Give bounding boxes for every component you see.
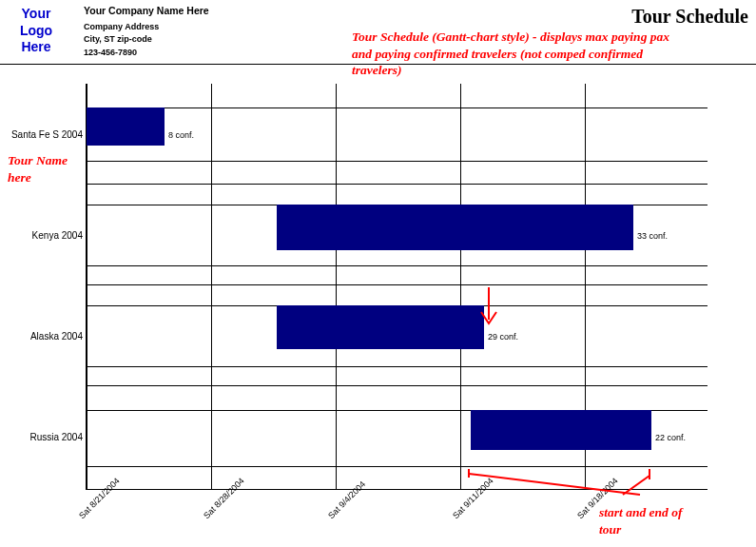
- annotation-line: travelers): [352, 62, 669, 79]
- logo-line: Logo: [8, 23, 65, 40]
- confirmed-label: 8 conf.: [168, 130, 194, 140]
- annotation-line: here: [8, 169, 68, 186]
- logo-line: Your: [8, 6, 65, 23]
- gantt-bar: [277, 305, 484, 349]
- gantt-row: Russia 2004 22 conf.: [87, 386, 708, 487]
- tour-label: Alaska 2004: [10, 331, 83, 342]
- row-subline: [87, 466, 708, 467]
- annotation-description: Tour Schedule (Gantt-chart style) - disp…: [352, 29, 669, 79]
- annotation-line: Tour Name: [8, 152, 68, 169]
- tour-label: Kenya 2004: [10, 230, 83, 241]
- annotation-line: and paying confirmed travelers (not comp…: [352, 46, 669, 63]
- annotation-line: start and end of: [599, 504, 682, 521]
- gantt-row: Santa Fe S 2004 8 conf.: [87, 84, 708, 185]
- annotation-line: tour: [599, 521, 682, 538]
- annotation-start-end: start and end of tour: [599, 504, 682, 537]
- annotation-tour-name: Tour Name here: [8, 152, 68, 186]
- confirmed-label: 33 conf.: [637, 231, 668, 241]
- company-name: Your Company Name Here: [84, 4, 631, 19]
- row-subline: [87, 161, 708, 162]
- tour-label: Santa Fe S 2004: [10, 129, 83, 140]
- logo-line: Here: [8, 39, 65, 56]
- gantt-row: Alaska 2004 29 conf.: [87, 285, 708, 386]
- page-title: Tour Schedule: [631, 4, 748, 28]
- logo-placeholder: Your Logo Here: [8, 4, 65, 56]
- confirmed-label: 29 conf.: [488, 332, 518, 342]
- annotation-line: Tour Schedule (Gantt-chart style) - disp…: [352, 29, 669, 46]
- gantt-row: Kenya 2004 33 conf.: [87, 185, 708, 285]
- tour-label: Russia 2004: [10, 432, 83, 442]
- gantt-bar: [471, 410, 651, 450]
- row-subline: [87, 265, 708, 266]
- row-subline: [87, 366, 708, 367]
- gantt-bar: [87, 107, 165, 146]
- confirmed-label: 22 conf.: [655, 433, 686, 442]
- gantt-chart: Santa Fe S 2004 8 conf. Kenya 2004 33 co…: [86, 84, 708, 490]
- row-subline: [87, 107, 708, 108]
- gantt-bar: [277, 205, 633, 250]
